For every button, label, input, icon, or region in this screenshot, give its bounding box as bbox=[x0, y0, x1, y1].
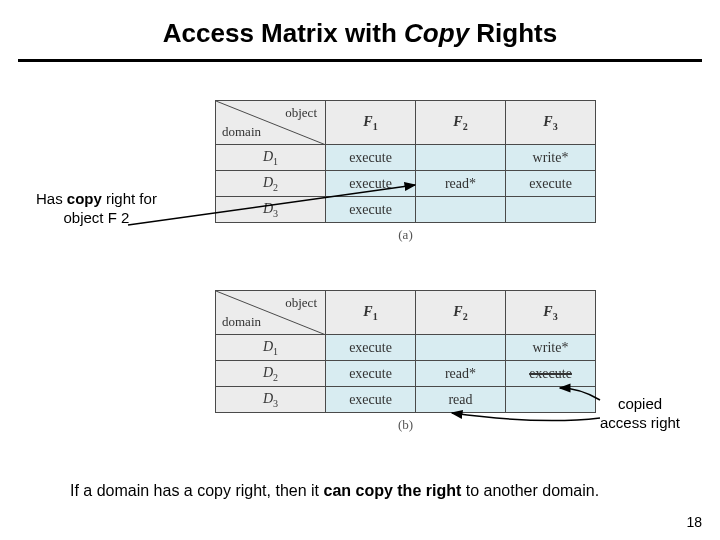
table-row: D3 execute read bbox=[216, 387, 596, 413]
matrix-a: object domain F1 F2 F3 D1 execute write*… bbox=[215, 100, 596, 243]
title-post: Rights bbox=[469, 18, 557, 48]
table-row: D1 execute write* bbox=[216, 335, 596, 361]
table-row: D3 execute bbox=[216, 197, 596, 223]
table-row: D1 execute write* bbox=[216, 145, 596, 171]
explanation-text: If a domain has a copy right, then it ca… bbox=[70, 482, 599, 500]
annotation-copied-right: copied access right bbox=[600, 395, 680, 433]
cell: read* bbox=[416, 361, 506, 387]
header-object: object bbox=[285, 105, 317, 121]
cell: execute bbox=[326, 361, 416, 387]
matrix-a-table: object domain F1 F2 F3 D1 execute write*… bbox=[215, 100, 596, 223]
arrows-overlay bbox=[0, 0, 720, 540]
cell-strikethrough: execute bbox=[506, 361, 596, 387]
title-pre: Access Matrix with bbox=[163, 18, 404, 48]
table-row: D2 execute read* execute bbox=[216, 361, 596, 387]
cell: execute bbox=[326, 145, 416, 171]
table-row: D2 execute read* execute bbox=[216, 171, 596, 197]
header-domain: domain bbox=[222, 314, 261, 330]
cell: execute bbox=[326, 387, 416, 413]
cell: read bbox=[416, 387, 506, 413]
header-object: object bbox=[285, 295, 317, 311]
cell: write* bbox=[506, 335, 596, 361]
cell: execute bbox=[326, 197, 416, 223]
title-emph: Copy bbox=[404, 18, 469, 48]
slide-title: Access Matrix with Copy Rights bbox=[0, 0, 720, 59]
cell bbox=[416, 197, 506, 223]
cell: execute bbox=[326, 171, 416, 197]
cell: execute bbox=[506, 171, 596, 197]
matrix-b-table: object domain F1 F2 F3 D1 execute write*… bbox=[215, 290, 596, 413]
annotation-copy-right: Has copy right for object F 2 bbox=[36, 190, 157, 228]
header-domain: domain bbox=[222, 124, 261, 140]
page-number: 18 bbox=[686, 514, 702, 530]
cell bbox=[416, 335, 506, 361]
cell: execute bbox=[326, 335, 416, 361]
title-divider bbox=[18, 59, 702, 62]
matrix-b: object domain F1 F2 F3 D1 execute write*… bbox=[215, 290, 596, 433]
caption-a: (a) bbox=[215, 227, 596, 243]
cell bbox=[506, 197, 596, 223]
cell: write* bbox=[506, 145, 596, 171]
cell: read* bbox=[416, 171, 506, 197]
cell bbox=[416, 145, 506, 171]
cell bbox=[506, 387, 596, 413]
caption-b: (b) bbox=[215, 417, 596, 433]
